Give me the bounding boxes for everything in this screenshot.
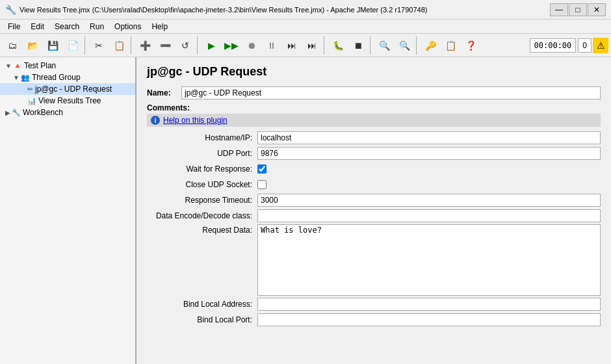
toolbar-copy-btn[interactable]: 📋 xyxy=(109,36,129,55)
menu-help[interactable]: Help xyxy=(146,21,173,32)
bind-address-row: Bind Local Address: xyxy=(147,297,601,311)
toolbar-cut-btn[interactable]: ✂ xyxy=(89,36,109,55)
menu-search[interactable]: Search xyxy=(49,21,84,32)
bind-address-input[interactable] xyxy=(257,298,601,311)
tree-label-thread-group: Thread Group xyxy=(32,73,81,82)
minimize-button[interactable]: — xyxy=(550,3,568,16)
toolbar-stop-btn[interactable]: ⏺ xyxy=(242,36,261,55)
bind-port-label: Bind Local Port: xyxy=(147,315,257,324)
toolbar-remote-start-all-btn[interactable]: ⏭ xyxy=(302,36,322,55)
tree-label-udp-request: jp@gc - UDP Request xyxy=(35,84,112,94)
toolbar-help-btn[interactable]: ❓ xyxy=(461,36,480,55)
toolbar-search2-btn[interactable]: 🔍 xyxy=(395,36,414,55)
warning-icon: ⚠ xyxy=(593,38,608,53)
timeout-label: Response Timeout: xyxy=(147,196,257,205)
comments-row: Comments: xyxy=(147,103,601,112)
wait-response-label: Wait for Response: xyxy=(147,164,257,174)
maximize-button[interactable]: □ xyxy=(569,3,587,16)
timeout-row: Response Timeout: xyxy=(147,193,601,207)
udp-port-label: UDP Port: xyxy=(147,149,257,158)
comments-label: Comments: xyxy=(147,103,190,112)
title-text: View Results Tree.jmx (C:\Users\ralad\De… xyxy=(20,6,550,14)
toolbar-sep-3 xyxy=(197,36,200,55)
menubar: File Edit Search Run Options Help xyxy=(0,20,611,34)
menu-edit[interactable]: Edit xyxy=(25,21,49,32)
tree-label-test-plan: Test Plan xyxy=(24,61,56,70)
toolbar-key-btn[interactable]: 🔑 xyxy=(421,36,440,55)
name-row: Name: xyxy=(147,86,601,99)
encode-row: Data Encode/Decode class: xyxy=(147,209,601,223)
hostname-input[interactable] xyxy=(257,131,601,144)
sidebar-item-workbench[interactable]: ▶ 🔧 WorkBench xyxy=(0,107,135,118)
close-button[interactable]: ✕ xyxy=(588,3,606,16)
help-link[interactable]: Help on this plugin xyxy=(163,116,228,125)
expand-icon-workbench: ▶ xyxy=(5,109,10,116)
toolbar-timer: 00:00:00 xyxy=(530,38,577,53)
content-panel: jp@gc - UDP Request Name: Comments: i He… xyxy=(136,57,611,364)
menu-run[interactable]: Run xyxy=(84,21,109,32)
udp-port-row: UDP Port: xyxy=(147,146,601,161)
toolbar-saveas-btn[interactable]: 📄 xyxy=(63,36,83,55)
bind-port-row: Bind Local Port: xyxy=(147,313,601,327)
window-controls: — □ ✕ xyxy=(550,3,606,16)
toolbar-reset-btn[interactable]: ↺ xyxy=(176,36,195,55)
encode-label: Data Encode/Decode class: xyxy=(147,211,257,220)
toolbar-save-btn[interactable]: 💾 xyxy=(43,36,62,55)
close-udp-checkbox[interactable] xyxy=(257,180,266,189)
toolbar-remote-start-btn[interactable]: ⏭ xyxy=(282,36,302,55)
app-icon: 🔧 xyxy=(5,5,16,15)
menu-file[interactable]: File xyxy=(3,21,25,32)
sidebar-item-thread-group[interactable]: ▼ 👥 Thread Group xyxy=(0,72,135,83)
sidebar-item-test-plan[interactable]: ▼ 🔺 Test Plan xyxy=(0,60,135,72)
toolbar-add-btn[interactable]: ➕ xyxy=(135,36,155,55)
toolbar-remove-btn[interactable]: ➖ xyxy=(155,36,175,55)
toolbar: 🗂 📂 💾 📄 ✂ 📋 ➕ ➖ ↺ ▶ ▶▶ ⏺ ⏸ ⏭ ⏭ 🐛 ⏹ 🔍 🔍 🔑… xyxy=(0,34,611,57)
bind-address-label: Bind Local Address: xyxy=(147,300,257,309)
toolbar-new-btn[interactable]: 🗂 xyxy=(3,36,22,55)
expand-icon-test-plan: ▼ xyxy=(5,62,12,70)
name-input[interactable] xyxy=(181,86,601,99)
expand-icon-thread-group: ▼ xyxy=(13,74,20,81)
request-data-textarea[interactable]: What is love? xyxy=(257,224,601,296)
help-icon: i xyxy=(151,116,160,125)
tree-label-workbench: WorkBench xyxy=(23,108,63,117)
toolbar-debug-btn[interactable]: 🐛 xyxy=(328,36,348,55)
request-data-label: Request Data: xyxy=(147,224,257,235)
encode-input[interactable] xyxy=(257,209,601,222)
wait-response-row: Wait for Response: xyxy=(147,162,601,176)
help-row: i Help on this plugin xyxy=(147,114,601,127)
wait-response-checkbox[interactable] xyxy=(257,164,266,174)
name-label: Name: xyxy=(147,88,176,98)
toolbar-sep-5 xyxy=(370,36,372,55)
toolbar-shutdown-btn[interactable]: ⏸ xyxy=(262,36,281,55)
toolbar-sep-6 xyxy=(416,36,419,55)
toolbar-search-btn[interactable]: 🔍 xyxy=(374,36,394,55)
udp-port-input[interactable] xyxy=(257,147,601,160)
toolbar-start-no-pauses-btn[interactable]: ▶▶ xyxy=(222,36,241,55)
panel-title: jp@gc - UDP Request xyxy=(147,65,601,79)
titlebar: 🔧 View Results Tree.jmx (C:\Users\ralad\… xyxy=(0,0,611,20)
toolbar-counter: 0 xyxy=(578,38,592,53)
toolbar-clear-btn[interactable]: ⏹ xyxy=(348,36,368,55)
toolbar-start-btn[interactable]: ▶ xyxy=(202,36,221,55)
sidebar-item-udp-request[interactable]: ▶ ✏ jp@gc - UDP Request xyxy=(0,83,135,95)
sidebar-item-view-results[interactable]: ▶ 📊 View Results Tree xyxy=(0,95,135,107)
timeout-input[interactable] xyxy=(257,194,601,207)
hostname-row: Hostname/IP: xyxy=(147,131,601,145)
request-data-row: Request Data: What is love? xyxy=(147,224,601,296)
toolbar-sep-4 xyxy=(324,36,326,55)
toolbar-open-btn[interactable]: 📂 xyxy=(23,36,42,55)
toolbar-list-btn[interactable]: 📋 xyxy=(441,36,460,55)
close-udp-row: Close UDP Socket: xyxy=(147,177,601,192)
main-area: ▼ 🔺 Test Plan ▼ 👥 Thread Group ▶ ✏ jp@gc… xyxy=(0,57,611,364)
hostname-label: Hostname/IP: xyxy=(147,133,257,142)
bind-port-input[interactable] xyxy=(257,313,601,326)
toolbar-sep-1 xyxy=(84,36,87,55)
toolbar-sep-2 xyxy=(131,36,133,55)
close-udp-label: Close UDP Socket: xyxy=(147,180,257,189)
menu-options[interactable]: Options xyxy=(109,21,146,32)
sidebar: ▼ 🔺 Test Plan ▼ 👥 Thread Group ▶ ✏ jp@gc… xyxy=(0,57,136,364)
tree-label-view-results: View Results Tree xyxy=(38,96,101,105)
